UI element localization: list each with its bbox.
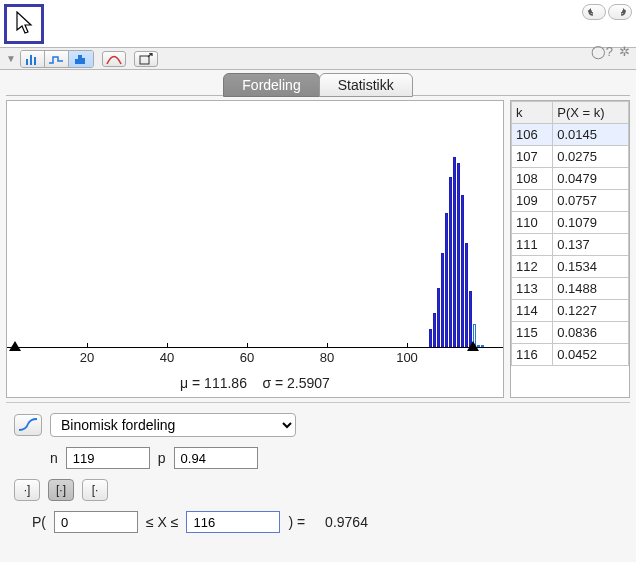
export-icon[interactable]: [134, 51, 158, 67]
table-row[interactable]: 1130.1488: [512, 278, 629, 300]
mode-bars-icon[interactable]: [21, 51, 45, 67]
settings-icon[interactable]: ✲: [619, 44, 630, 59]
histogram-bar: [433, 313, 436, 347]
prob-close: ) =: [288, 514, 305, 530]
svg-rect-1: [30, 55, 32, 65]
table-row[interactable]: 1120.1534: [512, 256, 629, 278]
svg-rect-3: [140, 56, 149, 64]
secondary-toolbar: ▼: [0, 48, 636, 70]
toolbar-dropdown-icon[interactable]: ▼: [6, 53, 16, 64]
chart-mode-buttons: [20, 50, 94, 68]
interval-left-button[interactable]: [·: [82, 479, 108, 501]
mu-label: μ = 111.86: [180, 375, 247, 391]
interval-right-button[interactable]: ·]: [14, 479, 40, 501]
chart-stats: μ = 111.86 σ = 2.5907: [7, 375, 503, 391]
upper-bound-input[interactable]: [186, 511, 280, 533]
prob-open: P(: [32, 514, 46, 530]
tab-distribution[interactable]: Fordeling: [223, 73, 319, 97]
histogram-bar: [461, 195, 464, 347]
col-p-header: P(X = k): [553, 102, 629, 124]
app-toolbar: ◯? ✲: [0, 0, 636, 48]
interval-both-button[interactable]: [·]: [48, 479, 74, 501]
table-row[interactable]: 1110.137: [512, 234, 629, 256]
histogram-bar: [465, 243, 468, 347]
svg-rect-2: [34, 57, 36, 65]
sigma-label: σ = 2.5907: [262, 375, 329, 391]
distribution-chart: 20406080100 μ = 111.86 σ = 2.5907: [6, 100, 504, 398]
histogram-bar: [445, 213, 448, 347]
svg-rect-0: [26, 59, 28, 65]
tab-statistics[interactable]: Statistikk: [319, 73, 413, 97]
x-axis: 20406080100: [7, 347, 503, 367]
undo-button[interactable]: [582, 4, 606, 20]
prob-mid: ≤ X ≤: [146, 514, 178, 530]
view-tabs: Fordeling Statistikk: [0, 72, 636, 96]
table-row[interactable]: 1080.0479: [512, 168, 629, 190]
prob-result: 0.9764: [325, 514, 368, 530]
redo-button[interactable]: [608, 4, 632, 20]
content-row: 20406080100 μ = 111.86 σ = 2.5907 k P(X …: [6, 100, 630, 398]
lower-bound-input[interactable]: [54, 511, 138, 533]
mode-curve-icon[interactable]: [102, 51, 126, 67]
n-input[interactable]: [66, 447, 150, 469]
histogram-bar: [457, 163, 460, 347]
table-row[interactable]: 1140.1227: [512, 300, 629, 322]
table-row[interactable]: 1090.0757: [512, 190, 629, 212]
table-row[interactable]: 1150.0836: [512, 322, 629, 344]
help-icon[interactable]: ◯?: [591, 44, 613, 59]
histogram-bar: [449, 177, 452, 347]
cdf-icon[interactable]: [14, 414, 42, 436]
pointer-tool[interactable]: [4, 4, 44, 44]
controls-panel: Binomisk fordeling n p ·] [·] [· P( ≤ X …: [14, 413, 622, 533]
table-row[interactable]: 1100.1079: [512, 212, 629, 234]
mode-filled-icon[interactable]: [69, 51, 93, 67]
p-input[interactable]: [174, 447, 258, 469]
col-k-header: k: [512, 102, 553, 124]
distribution-select[interactable]: Binomisk fordeling: [50, 413, 296, 437]
histogram-bar: [453, 157, 456, 347]
mode-step-icon[interactable]: [45, 51, 69, 67]
probability-table: k P(X = k) 1060.01451070.02751080.047910…: [510, 100, 630, 398]
table-row[interactable]: 1160.0452: [512, 344, 629, 366]
table-row[interactable]: 1060.0145: [512, 124, 629, 146]
table-row[interactable]: 1070.0275: [512, 146, 629, 168]
histogram-bar: [437, 288, 440, 347]
histogram-bar: [469, 291, 472, 347]
n-label: n: [50, 450, 58, 466]
histogram-bar: [441, 253, 444, 347]
p-label: p: [158, 450, 166, 466]
histogram-bar: [429, 329, 432, 347]
